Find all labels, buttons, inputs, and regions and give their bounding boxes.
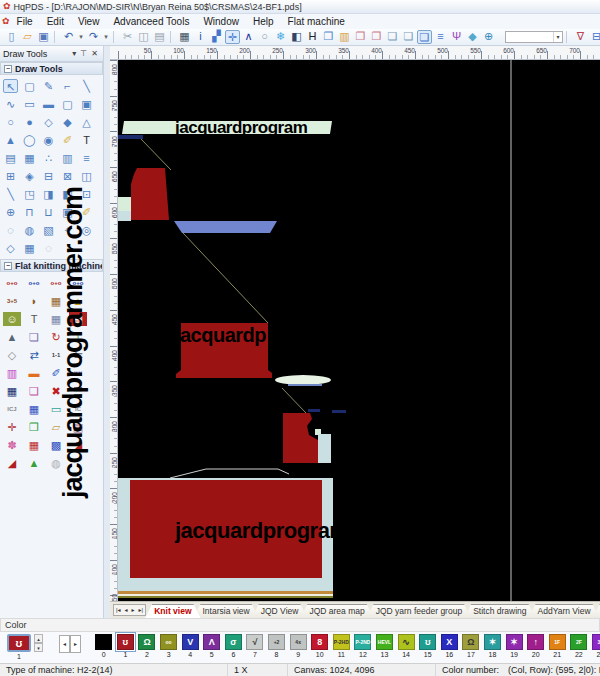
diamond-tool[interactable]: ◇ xyxy=(41,115,56,129)
ellipse-filled-tool[interactable]: ● xyxy=(22,115,37,129)
color-swatch-1[interactable]: ʊ xyxy=(117,634,134,650)
cabinet[interactable]: ▦ xyxy=(47,294,65,308)
current-color-swatch[interactable]: ʊ xyxy=(7,634,31,652)
color-spin-up-button[interactable]: ▴ xyxy=(34,634,43,643)
list-colored[interactable]: ☰ xyxy=(69,384,87,398)
tri-red-2[interactable]: ◢ xyxy=(3,456,21,470)
menu-advanceed-tools[interactable]: Advanceed Tools xyxy=(106,16,196,27)
building[interactable]: ▦ xyxy=(3,384,21,398)
rounded-rect-tool[interactable]: ▢ xyxy=(60,97,75,111)
copy-icon[interactable]: ◫ xyxy=(136,30,151,44)
toolbar-combobox[interactable]: ▾ xyxy=(505,31,563,43)
text-tool[interactable]: T xyxy=(79,133,94,147)
cart[interactable]: ⇄ xyxy=(25,348,43,362)
icj-2[interactable]: IC xyxy=(69,402,87,416)
transfer-4[interactable]: o+o xyxy=(69,276,87,290)
tab-jqd-view[interactable]: JQD View xyxy=(252,604,308,618)
brush-tool[interactable]: ✐ xyxy=(60,133,75,147)
bracket-tool-1[interactable]: ⊓ xyxy=(22,205,37,219)
color-swatch-12[interactable]: P-2ND xyxy=(354,634,371,650)
color-swatch-18[interactable]: ✶ xyxy=(484,634,501,650)
pin[interactable]: ✛ xyxy=(3,420,21,434)
color-swatch-11[interactable]: P-2HD xyxy=(333,634,350,650)
color-swatch-23[interactable]: 3F xyxy=(592,634,600,650)
hatch-tool-3[interactable]: ▥ xyxy=(60,151,75,165)
red-grid[interactable]: ▦ xyxy=(69,312,87,326)
color-swatch-7[interactable]: √ xyxy=(246,634,263,650)
circle-tool[interactable]: ◯ xyxy=(22,133,37,147)
tab-nav-button[interactable]: ▸| xyxy=(137,605,146,615)
transfer-1[interactable]: o+o xyxy=(3,276,21,290)
polyline-tool[interactable]: ⌐ xyxy=(60,79,75,93)
palette-prev-button[interactable]: ◂ xyxy=(59,635,70,653)
yarn-icon[interactable]: Ψ xyxy=(449,30,464,44)
color-swatch-20[interactable]: ↑ xyxy=(527,634,544,650)
diamond-icon[interactable]: ◆ xyxy=(465,30,480,44)
menu-file[interactable]: File xyxy=(10,16,40,27)
ornament-tool[interactable]: ◈ xyxy=(22,169,37,183)
rounded-rect-filled-tool[interactable]: ▣ xyxy=(79,97,94,111)
lines-tool[interactable]: ≡ xyxy=(79,151,94,165)
collapse-box-icon[interactable]: − xyxy=(4,65,12,73)
pattern-canvas[interactable]: jacquardprogramacquardpjacquardprogram xyxy=(118,60,600,601)
pink-pages[interactable]: ❏ xyxy=(25,384,43,398)
red-dots[interactable]: ▦ xyxy=(25,438,43,452)
shoe[interactable]: ◗ xyxy=(25,294,43,308)
sphere-tool[interactable]: ◍ xyxy=(22,223,37,237)
red-x[interactable]: ✖ xyxy=(47,384,65,398)
grid-x-tool[interactable]: ⊠ xyxy=(60,169,75,183)
select-tool[interactable]: ↖ xyxy=(3,79,18,93)
menu-window[interactable]: Window xyxy=(196,16,246,27)
color-swatch-2[interactable]: Ω xyxy=(138,634,155,650)
films[interactable]: ▤ xyxy=(69,420,87,434)
warning[interactable]: ▲ xyxy=(69,294,87,308)
collapse-box-icon[interactable]: − xyxy=(4,262,12,270)
half-left-tool[interactable]: ◧ xyxy=(60,187,75,201)
one-one[interactable]: 1-1 xyxy=(47,348,65,362)
grid-2-tool[interactable]: ▦ xyxy=(22,241,37,255)
sphere[interactable]: ◍ xyxy=(47,456,65,470)
bracket-tool-2[interactable]: ⊔ xyxy=(41,205,56,219)
face[interactable]: ☺ xyxy=(3,312,21,326)
transfer-5[interactable]: 3+5 xyxy=(3,294,21,308)
paste-icon[interactable]: ▤ xyxy=(152,30,167,44)
thin-line-tool[interactable]: ╲ xyxy=(3,187,18,201)
flat-machine-group-header[interactable]: − Flat knitting machine xyxy=(0,259,103,272)
swap-2-icon[interactable]: ❐ xyxy=(369,30,384,44)
color-spin-down-button[interactable]: ▾ xyxy=(34,643,43,652)
tri-green[interactable]: ▲ xyxy=(25,456,43,470)
copy-green[interactable]: ❐ xyxy=(25,420,43,434)
redo-dropdown-icon[interactable]: ▾ xyxy=(102,30,110,44)
color-swatch-4[interactable]: V xyxy=(182,634,199,650)
filter-icon[interactable]: ∇ xyxy=(573,30,588,44)
info-icon[interactable]: i xyxy=(193,30,208,44)
region-tool[interactable]: ◳ xyxy=(22,187,37,201)
tab-stitch-drawing[interactable]: Stitch drawing xyxy=(464,604,535,618)
half-right-tool[interactable]: ◨ xyxy=(41,187,56,201)
pan-icon[interactable]: ✛ xyxy=(225,30,240,44)
snowflake-icon[interactable]: ❄ xyxy=(273,30,288,44)
menu-edit[interactable]: Edit xyxy=(40,16,71,27)
diamond-outline[interactable]: ◇ xyxy=(3,348,21,362)
diamond-filled-tool[interactable]: ◆ xyxy=(60,115,75,129)
curve-tool[interactable]: ∿ xyxy=(3,97,18,111)
triangle-tool[interactable]: △ xyxy=(79,115,94,129)
curve-tool-icon[interactable]: ∧ xyxy=(241,30,256,44)
color-swatch-14[interactable]: ∿ xyxy=(398,634,415,650)
eraser-tool[interactable]: ✐ xyxy=(79,205,94,219)
marquee-tool[interactable]: ▢ xyxy=(22,79,37,93)
shape-tool-icon[interactable]: ○ xyxy=(257,30,272,44)
color-swatch-21[interactable]: 1F xyxy=(549,634,566,650)
swap-1-icon[interactable]: ❐ xyxy=(353,30,368,44)
list-icon[interactable]: ≡ xyxy=(433,30,448,44)
layers-2-icon[interactable]: ❏ xyxy=(401,30,416,44)
color-swatch-16[interactable]: X xyxy=(441,634,458,650)
dot-box-tool[interactable]: ⊡ xyxy=(79,187,94,201)
target-tool[interactable]: ⌖ xyxy=(60,223,75,237)
color-swatch-5[interactable]: Λ xyxy=(203,634,220,650)
globe-icon[interactable]: ⊕ xyxy=(481,30,496,44)
layers-3-icon[interactable]: ❏ xyxy=(417,30,432,44)
color-swatch-8[interactable]: +2 xyxy=(268,634,285,650)
ring-tool[interactable]: ◎ xyxy=(79,223,94,237)
rect-tool[interactable]: ▭ xyxy=(22,97,37,111)
